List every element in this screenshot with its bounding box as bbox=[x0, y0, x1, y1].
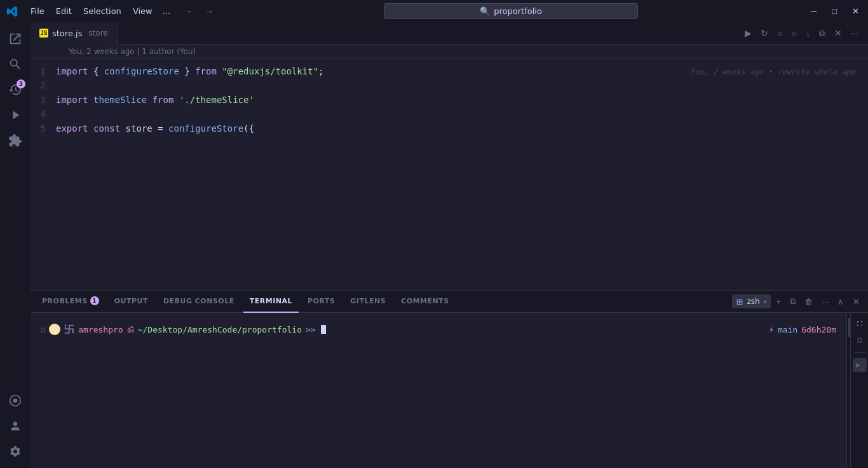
terminal-git-info: ⚡ main 6d6h20m bbox=[769, 322, 836, 337]
new-terminal-button[interactable]: + bbox=[773, 295, 785, 308]
circle1-button[interactable]: ○ bbox=[774, 26, 785, 40]
comments-label: COMMENTS bbox=[401, 297, 449, 305]
line-number-3: 3 bbox=[31, 93, 56, 107]
terminal-prompt-symbol: >> bbox=[306, 322, 316, 337]
code-editor[interactable]: 1 import { configureStore } from "@redux… bbox=[31, 59, 868, 290]
terminal-prompt-line: ○ 卐 amreshpro ॐ ~/Desktop/AmreshCode/pro… bbox=[41, 320, 836, 339]
loop-button[interactable]: ↻ bbox=[757, 26, 771, 40]
output-label: OUTPUT bbox=[114, 297, 148, 305]
tab-gitlens[interactable]: GITLENS bbox=[344, 291, 392, 313]
line-content-5: export const store = configureStore({ bbox=[56, 121, 855, 135]
maximize-button[interactable]: □ bbox=[829, 5, 839, 17]
code-line-1: 1 import { configureStore } from "@redux… bbox=[31, 64, 868, 78]
terminal-shell-icon: ⊞ bbox=[736, 297, 743, 306]
search-icon: 🔍 bbox=[480, 6, 490, 16]
git-branch-name: main bbox=[778, 322, 797, 337]
panel-chevron-up-button[interactable]: ∧ bbox=[834, 295, 847, 308]
code-line-2: 2 bbox=[31, 78, 868, 92]
line-content-3: import themeSlice from './themeSlice' bbox=[56, 93, 855, 107]
panel-more-button[interactable]: ··· bbox=[818, 295, 832, 308]
problems-badge: 1 bbox=[90, 296, 99, 305]
terminal-cursor bbox=[321, 325, 326, 334]
prompt-icon-label: >_ bbox=[855, 362, 863, 369]
debug-label: DEBUG CONSOLE bbox=[163, 297, 234, 305]
gitlens-label: GITLENS bbox=[350, 297, 386, 305]
close-window-button[interactable]: ✕ bbox=[850, 5, 862, 17]
tab-terminal[interactable]: TERMINAL bbox=[243, 291, 299, 313]
account-icon[interactable] bbox=[4, 415, 27, 437]
tab-filename: store.js bbox=[52, 29, 82, 38]
terminal-output[interactable]: ○ 卐 amreshpro ॐ ~/Desktop/AmreshCode/pro… bbox=[31, 313, 846, 468]
terminal-side-panel: >_ bbox=[850, 313, 868, 468]
terminal-maximize-icon[interactable] bbox=[853, 317, 867, 331]
terminal-shell-selector[interactable]: ⊞ zsh ▾ bbox=[732, 294, 770, 308]
sidebar-item-run[interactable] bbox=[4, 104, 27, 127]
line-content-1: import { configureStore } from "@reduxjs… bbox=[56, 64, 677, 78]
terminal-swastika-symbol: 卐 bbox=[64, 320, 74, 339]
menu-bar: File Edit Selection View ... bbox=[25, 4, 174, 18]
git-time: 6d6h20m bbox=[801, 322, 836, 337]
split-terminal-button[interactable]: ⧉ bbox=[787, 294, 799, 308]
svg-point-1 bbox=[13, 399, 18, 403]
gitlens-icon[interactable] bbox=[4, 389, 27, 412]
panel-tab-bar: PROBLEMS 1 OUTPUT DEBUG CONSOLE TERMINAL… bbox=[31, 291, 868, 313]
code-line-5: 5 export const store = configureStore({ bbox=[31, 121, 868, 135]
panel-content: ○ 卐 amreshpro ॐ ~/Desktop/AmreshCode/pro… bbox=[31, 313, 868, 468]
tab-comments[interactable]: COMMENTS bbox=[395, 291, 455, 313]
window-controls: ─ □ ✕ bbox=[808, 5, 862, 17]
search-box[interactable]: 🔍 proportfolio bbox=[384, 3, 638, 19]
editor-more-button[interactable]: ··· bbox=[848, 26, 862, 40]
line-number-2: 2 bbox=[31, 78, 56, 92]
line-number-5: 5 bbox=[31, 121, 56, 135]
line-number-4: 4 bbox=[31, 107, 56, 121]
line-content-2 bbox=[56, 78, 855, 92]
search-area[interactable]: 🔍 proportfolio bbox=[225, 3, 797, 19]
js-file-icon: JS bbox=[39, 29, 48, 38]
minimize-button[interactable]: ─ bbox=[808, 5, 819, 17]
editor-toolbar: ▶ ↻ ○ ○ ↓ ⧉ ✕ ··· bbox=[742, 26, 868, 41]
editor-tab-store[interactable]: JS store.js store bbox=[31, 22, 118, 45]
circle2-button[interactable]: ○ bbox=[789, 26, 800, 40]
tab-output[interactable]: OUTPUT bbox=[108, 291, 154, 313]
terminal-prompt-active-icon[interactable]: >_ bbox=[853, 358, 867, 372]
code-line-3: 3 import themeSlice from './themeSlice' bbox=[31, 93, 868, 107]
run-button[interactable]: ▶ bbox=[742, 26, 755, 40]
terminal-label: TERMINAL bbox=[250, 297, 292, 305]
sidebar-item-explorer[interactable] bbox=[4, 27, 27, 50]
line-content-4 bbox=[56, 107, 855, 121]
tab-breadcrumb: store bbox=[88, 29, 107, 38]
vscode-logo-icon bbox=[6, 6, 18, 17]
source-control-badge: 3 bbox=[17, 79, 25, 88]
sidebar-item-search[interactable] bbox=[4, 53, 27, 76]
menu-file[interactable]: File bbox=[25, 4, 50, 18]
menu-more[interactable]: ... bbox=[159, 4, 174, 18]
terminal-shell-name: zsh bbox=[747, 297, 759, 306]
sidebar-item-source-control[interactable]: 3 bbox=[4, 78, 27, 101]
kill-terminal-button[interactable]: 🗑 bbox=[801, 295, 816, 308]
download-button[interactable]: ↓ bbox=[803, 26, 813, 40]
search-text: proportfolio bbox=[494, 6, 542, 16]
nav-forward-button[interactable]: → bbox=[201, 4, 217, 19]
panel-toolbar: ⊞ zsh ▾ + ⧉ 🗑 ··· ∧ ✕ bbox=[732, 294, 863, 308]
titlebar: File Edit Selection View ... ← → 🔍 propo… bbox=[0, 0, 868, 22]
terminal-minimize-icon[interactable] bbox=[853, 333, 867, 347]
tab-debug-console[interactable]: DEBUG CONSOLE bbox=[157, 291, 241, 313]
panel-close-button[interactable]: ✕ bbox=[850, 295, 863, 308]
nav-back-button[interactable]: ← bbox=[182, 4, 198, 19]
nav-buttons: ← → bbox=[182, 4, 217, 19]
tab-ports[interactable]: PORTS bbox=[301, 291, 341, 313]
menu-edit[interactable]: Edit bbox=[51, 4, 77, 18]
menu-view[interactable]: View bbox=[128, 4, 158, 18]
menu-selection[interactable]: Selection bbox=[78, 4, 126, 18]
activity-bar: 3 bbox=[0, 22, 31, 468]
split-editor-button[interactable]: ⧉ bbox=[816, 26, 829, 41]
tab-problems[interactable]: PROBLEMS 1 bbox=[36, 291, 105, 313]
git-lightning-icon: ⚡ bbox=[769, 322, 774, 337]
main-layout: 3 JS store.js store ▶ ↻ bbox=[0, 22, 868, 468]
terminal-path: ~/Desktop/AmreshCode/proportfolio bbox=[138, 322, 302, 337]
side-divider bbox=[855, 352, 865, 353]
panel: PROBLEMS 1 OUTPUT DEBUG CONSOLE TERMINAL… bbox=[31, 290, 868, 468]
settings-icon[interactable] bbox=[4, 440, 27, 463]
close-editor-button[interactable]: ✕ bbox=[831, 26, 845, 40]
sidebar-item-extensions[interactable] bbox=[4, 129, 27, 152]
